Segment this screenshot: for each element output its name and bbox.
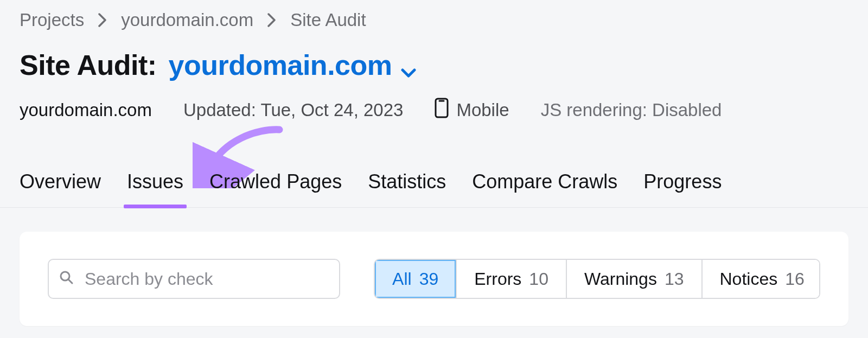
meta-row: yourdomain.com Updated: Tue, Oct 24, 202… — [0, 81, 868, 123]
breadcrumb-item-current: Site Audit — [290, 10, 366, 30]
meta-updated: Updated: Tue, Oct 24, 2023 — [183, 100, 403, 120]
filter-count: 39 — [419, 269, 439, 289]
meta-device-label: Mobile — [456, 100, 509, 120]
filter-all[interactable]: All39 — [375, 260, 457, 298]
breadcrumb-item-domain[interactable]: yourdomain.com — [121, 10, 253, 30]
filter-segment: All39Errors10Warnings13Notices16 — [374, 259, 820, 299]
domain-selector-label: yourdomain.com — [169, 49, 392, 81]
breadcrumb-item-projects[interactable]: Projects — [20, 10, 84, 30]
issues-panel: All39Errors10Warnings13Notices16 — [20, 232, 848, 326]
page-title: Site Audit: yourdomain.com — [0, 30, 868, 81]
chevron-down-icon — [401, 52, 416, 85]
search-input-wrap[interactable] — [48, 259, 340, 299]
filter-label: All — [392, 269, 412, 289]
filter-label: Errors — [474, 269, 521, 289]
page-title-prefix: Site Audit: — [20, 49, 157, 81]
filter-errors[interactable]: Errors10 — [457, 260, 567, 298]
svg-line-3 — [68, 279, 72, 283]
search-input[interactable] — [84, 269, 329, 290]
domain-selector[interactable]: yourdomain.com — [169, 49, 416, 81]
tab-statistics[interactable]: Statistics — [368, 170, 446, 207]
breadcrumb: Projects yourdomain.com Site Audit — [0, 0, 868, 30]
filter-count: 16 — [785, 269, 805, 289]
filter-label: Warnings — [584, 269, 657, 289]
tab-progress[interactable]: Progress — [643, 170, 722, 207]
chevron-right-icon — [98, 13, 107, 27]
filter-count: 13 — [665, 269, 684, 289]
mobile-icon — [435, 98, 449, 123]
meta-device: Mobile — [435, 98, 509, 123]
tab-crawled-pages[interactable]: Crawled Pages — [209, 170, 342, 207]
tabs: OverviewIssuesCrawled PagesStatisticsCom… — [0, 170, 868, 208]
filter-label: Notices — [720, 269, 778, 289]
tab-compare-crawls[interactable]: Compare Crawls — [472, 170, 617, 207]
filter-notices[interactable]: Notices16 — [703, 260, 821, 298]
meta-js: JS rendering: Disabled — [541, 100, 722, 120]
search-icon — [59, 269, 74, 289]
filter-warnings[interactable]: Warnings13 — [567, 260, 703, 298]
tab-overview[interactable]: Overview — [20, 170, 101, 207]
tab-issues[interactable]: Issues — [127, 170, 183, 207]
filter-count: 10 — [529, 269, 548, 289]
chevron-right-icon — [267, 13, 276, 27]
meta-domain: yourdomain.com — [20, 100, 152, 120]
